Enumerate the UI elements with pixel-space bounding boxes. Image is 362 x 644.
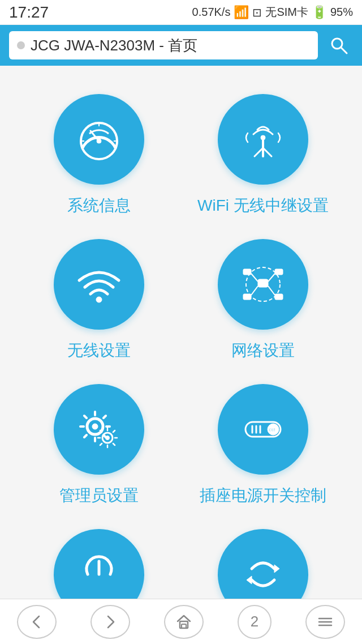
nav-menu-button[interactable] — [305, 605, 345, 639]
status-icons: 0.57K/s 📶 ⊡ 无SIM卡 🔋 95% — [192, 5, 353, 20]
svg-point-11 — [261, 135, 265, 140]
wireless-icon-circle — [54, 239, 144, 330]
admin-settings-item[interactable]: 管理员设置 — [23, 384, 175, 506]
address-bar: JCG JWA-N2303M - 首页 — [0, 25, 362, 66]
battery-level: 95% — [330, 6, 353, 19]
svg-rect-16 — [275, 269, 283, 275]
status-bar: 17:27 0.57K/s 📶 ⊡ 无SIM卡 🔋 95% — [0, 0, 362, 25]
wireless-settings-item[interactable]: 无线设置 — [23, 239, 175, 361]
svg-point-24 — [92, 424, 98, 429]
svg-line-9 — [255, 148, 263, 156]
wifi-icon: 📶 — [234, 5, 249, 20]
main-content: 系统信息 WiFi 无线中继 — [0, 66, 362, 644]
power-switch-item[interactable]: on 插座电源开关控制 — [187, 384, 339, 506]
power-switch-icon-circle: on — [218, 384, 308, 475]
nav-page-number[interactable]: 2 — [238, 605, 272, 639]
admin-icon-circle — [54, 384, 144, 475]
svg-rect-14 — [258, 279, 268, 287]
signal-icon: ⊡ — [252, 6, 262, 19]
system-info-icon-circle — [54, 94, 144, 185]
svg-line-21 — [251, 286, 258, 295]
svg-line-1 — [341, 48, 347, 53]
nav-forward-button[interactable] — [90, 605, 130, 639]
address-input-container[interactable]: JCG JWA-N2303M - 首页 — [9, 31, 318, 59]
status-time: 17:27 — [9, 3, 49, 22]
search-button[interactable] — [325, 31, 353, 59]
svg-point-26 — [106, 436, 110, 440]
svg-line-22 — [268, 286, 275, 295]
wifi-relay-icon-circle — [218, 94, 308, 185]
system-info-label: 系统信息 — [67, 195, 131, 216]
svg-line-19 — [251, 274, 258, 282]
nav-back-button[interactable] — [17, 605, 57, 639]
svg-point-4 — [97, 139, 101, 143]
svg-rect-18 — [275, 294, 283, 300]
nav-home-button[interactable] — [164, 605, 204, 639]
network-settings-item[interactable]: 网络设置 — [187, 239, 339, 361]
svg-marker-35 — [247, 576, 252, 584]
battery-icon: 🔋 — [312, 5, 327, 20]
wifi-relay-label: WiFi 无线中继设置 — [197, 195, 329, 216]
network-settings-label: 网络设置 — [231, 340, 295, 361]
power-switch-label: 插座电源开关控制 — [200, 485, 326, 506]
svg-rect-17 — [243, 294, 251, 300]
address-dot — [17, 41, 25, 49]
no-sim-label: 无SIM卡 — [265, 5, 308, 20]
svg-line-20 — [268, 274, 275, 282]
admin-settings-label: 管理员设置 — [59, 485, 139, 506]
svg-text:on: on — [269, 427, 275, 433]
wireless-settings-label: 无线设置 — [67, 340, 131, 361]
bottom-nav: 2 — [0, 599, 362, 644]
icon-grid: 系统信息 WiFi 无线中继 — [0, 83, 362, 644]
svg-point-12 — [96, 297, 102, 302]
wifi-relay-item[interactable]: WiFi 无线中继设置 — [187, 94, 339, 216]
system-info-item[interactable]: 系统信息 — [23, 94, 175, 216]
svg-marker-34 — [274, 565, 279, 573]
address-text: JCG JWA-N2303M - 首页 — [31, 36, 310, 56]
network-speed: 0.57K/s — [192, 6, 231, 19]
network-icon-circle — [218, 239, 308, 330]
svg-line-10 — [263, 148, 272, 156]
svg-rect-15 — [243, 269, 251, 275]
